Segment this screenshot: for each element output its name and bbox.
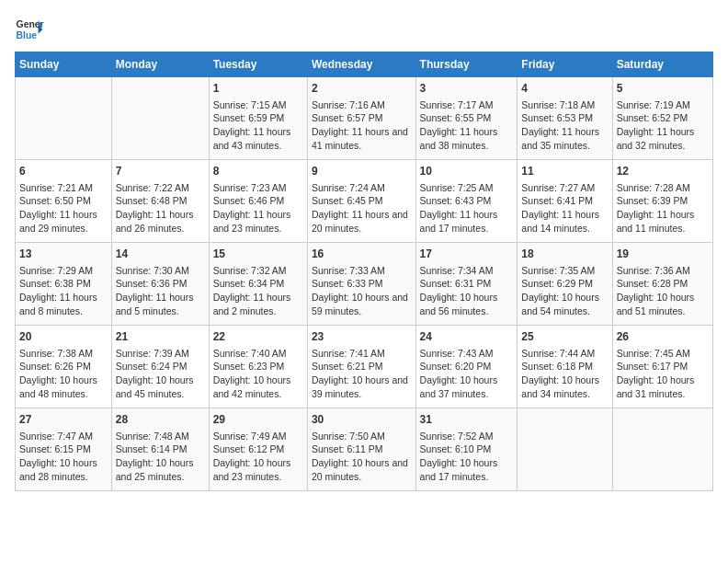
day-content: Sunrise: 7:32 AMSunset: 6:34 PMDaylight:… <box>213 264 303 318</box>
day-content: Sunrise: 7:29 AMSunset: 6:38 PMDaylight:… <box>19 264 108 318</box>
day-number: 9 <box>312 164 412 179</box>
day-number: 21 <box>116 329 205 345</box>
day-content: Sunrise: 7:49 AMSunset: 6:12 PMDaylight:… <box>213 430 303 484</box>
day-content: Sunrise: 7:44 AMSunset: 6:18 PMDaylight:… <box>521 347 608 401</box>
day-number: 18 <box>521 247 608 262</box>
day-number: 24 <box>420 329 514 345</box>
day-content: Sunrise: 7:27 AMSunset: 6:41 PMDaylight:… <box>521 181 608 236</box>
day-number: 7 <box>116 164 205 179</box>
day-cell: 30Sunrise: 7:50 AMSunset: 6:11 PMDayligh… <box>307 408 415 491</box>
week-row-1: 1Sunrise: 7:15 AMSunset: 6:59 PMDaylight… <box>16 77 713 160</box>
calendar-body: 1Sunrise: 7:15 AMSunset: 6:59 PMDaylight… <box>16 77 713 491</box>
day-number: 22 <box>213 329 303 345</box>
column-header-tuesday: Tuesday <box>209 52 307 77</box>
column-header-wednesday: Wednesday <box>307 52 415 77</box>
column-header-saturday: Saturday <box>612 52 712 77</box>
day-cell: 28Sunrise: 7:48 AMSunset: 6:14 PMDayligh… <box>111 408 209 491</box>
day-number: 2 <box>312 81 412 97</box>
day-cell: 25Sunrise: 7:44 AMSunset: 6:18 PMDayligh… <box>518 326 612 408</box>
day-number: 30 <box>312 412 412 428</box>
day-number: 15 <box>213 247 303 262</box>
day-cell: 13Sunrise: 7:29 AMSunset: 6:38 PMDayligh… <box>16 243 112 326</box>
day-cell: 14Sunrise: 7:30 AMSunset: 6:36 PMDayligh… <box>111 243 209 326</box>
day-cell: 16Sunrise: 7:33 AMSunset: 6:33 PMDayligh… <box>307 243 415 326</box>
day-cell: 23Sunrise: 7:41 AMSunset: 6:21 PMDayligh… <box>307 326 415 408</box>
day-cell: 9Sunrise: 7:24 AMSunset: 6:45 PMDaylight… <box>307 160 415 243</box>
day-number: 3 <box>420 81 514 97</box>
day-content: Sunrise: 7:50 AMSunset: 6:11 PMDaylight:… <box>312 430 412 484</box>
column-header-monday: Monday <box>111 52 209 77</box>
day-cell: 20Sunrise: 7:38 AMSunset: 6:26 PMDayligh… <box>16 326 112 408</box>
day-cell: 26Sunrise: 7:45 AMSunset: 6:17 PMDayligh… <box>612 326 712 408</box>
week-row-2: 6Sunrise: 7:21 AMSunset: 6:50 PMDaylight… <box>16 160 713 243</box>
day-content: Sunrise: 7:52 AMSunset: 6:10 PMDaylight:… <box>420 430 514 484</box>
day-content: Sunrise: 7:25 AMSunset: 6:43 PMDaylight:… <box>420 181 514 236</box>
day-content: Sunrise: 7:40 AMSunset: 6:23 PMDaylight:… <box>213 347 303 401</box>
day-content: Sunrise: 7:24 AMSunset: 6:45 PMDaylight:… <box>312 181 412 236</box>
day-content: Sunrise: 7:17 AMSunset: 6:55 PMDaylight:… <box>420 98 514 153</box>
day-content: Sunrise: 7:28 AMSunset: 6:39 PMDaylight:… <box>617 181 709 236</box>
day-cell: 3Sunrise: 7:17 AMSunset: 6:55 PMDaylight… <box>415 77 518 160</box>
day-number: 10 <box>420 164 514 179</box>
calendar-header: SundayMondayTuesdayWednesdayThursdayFrid… <box>16 52 713 77</box>
calendar-table: SundayMondayTuesdayWednesdayThursdayFrid… <box>15 52 713 491</box>
day-cell <box>518 408 612 491</box>
day-number: 13 <box>19 247 108 262</box>
day-content: Sunrise: 7:15 AMSunset: 6:59 PMDaylight:… <box>213 98 303 153</box>
day-cell: 6Sunrise: 7:21 AMSunset: 6:50 PMDaylight… <box>16 160 112 243</box>
day-number: 16 <box>312 247 412 262</box>
day-content: Sunrise: 7:41 AMSunset: 6:21 PMDaylight:… <box>312 347 412 401</box>
day-number: 29 <box>213 412 303 428</box>
header-row: SundayMondayTuesdayWednesdayThursdayFrid… <box>16 52 713 77</box>
day-cell: 17Sunrise: 7:34 AMSunset: 6:31 PMDayligh… <box>415 243 518 326</box>
day-cell: 15Sunrise: 7:32 AMSunset: 6:34 PMDayligh… <box>209 243 307 326</box>
page-header: General Blue <box>15 15 713 44</box>
day-content: Sunrise: 7:39 AMSunset: 6:24 PMDaylight:… <box>116 347 205 401</box>
column-header-thursday: Thursday <box>415 52 518 77</box>
day-cell: 5Sunrise: 7:19 AMSunset: 6:52 PMDaylight… <box>612 77 712 160</box>
day-content: Sunrise: 7:38 AMSunset: 6:26 PMDaylight:… <box>19 347 108 401</box>
day-content: Sunrise: 7:16 AMSunset: 6:57 PMDaylight:… <box>312 98 412 153</box>
day-content: Sunrise: 7:18 AMSunset: 6:53 PMDaylight:… <box>521 98 608 153</box>
day-number: 1 <box>213 81 303 97</box>
day-cell: 29Sunrise: 7:49 AMSunset: 6:12 PMDayligh… <box>209 408 307 491</box>
day-number: 11 <box>521 164 608 179</box>
day-number: 25 <box>521 329 608 345</box>
day-cell: 31Sunrise: 7:52 AMSunset: 6:10 PMDayligh… <box>415 408 518 491</box>
day-cell: 2Sunrise: 7:16 AMSunset: 6:57 PMDaylight… <box>307 77 415 160</box>
day-content: Sunrise: 7:48 AMSunset: 6:14 PMDaylight:… <box>116 430 205 484</box>
day-number: 26 <box>617 329 709 345</box>
day-content: Sunrise: 7:43 AMSunset: 6:20 PMDaylight:… <box>420 347 514 401</box>
day-number: 19 <box>617 247 709 262</box>
day-number: 27 <box>19 412 108 428</box>
day-content: Sunrise: 7:23 AMSunset: 6:46 PMDaylight:… <box>213 181 303 236</box>
day-number: 28 <box>116 412 205 428</box>
day-cell: 22Sunrise: 7:40 AMSunset: 6:23 PMDayligh… <box>209 326 307 408</box>
svg-text:Blue: Blue <box>17 30 38 40</box>
day-number: 14 <box>116 247 205 262</box>
day-content: Sunrise: 7:45 AMSunset: 6:17 PMDaylight:… <box>617 347 709 401</box>
day-content: Sunrise: 7:19 AMSunset: 6:52 PMDaylight:… <box>617 98 709 153</box>
day-number: 4 <box>521 81 608 97</box>
day-cell: 11Sunrise: 7:27 AMSunset: 6:41 PMDayligh… <box>518 160 612 243</box>
day-content: Sunrise: 7:30 AMSunset: 6:36 PMDaylight:… <box>116 264 205 318</box>
week-row-5: 27Sunrise: 7:47 AMSunset: 6:15 PMDayligh… <box>16 408 713 491</box>
day-cell: 18Sunrise: 7:35 AMSunset: 6:29 PMDayligh… <box>518 243 612 326</box>
day-cell: 19Sunrise: 7:36 AMSunset: 6:28 PMDayligh… <box>612 243 712 326</box>
day-content: Sunrise: 7:36 AMSunset: 6:28 PMDaylight:… <box>617 264 709 318</box>
day-content: Sunrise: 7:34 AMSunset: 6:31 PMDaylight:… <box>420 264 514 318</box>
day-number: 20 <box>19 329 108 345</box>
day-number: 17 <box>420 247 514 262</box>
day-content: Sunrise: 7:21 AMSunset: 6:50 PMDaylight:… <box>19 181 108 236</box>
day-content: Sunrise: 7:35 AMSunset: 6:29 PMDaylight:… <box>521 264 608 318</box>
day-cell: 4Sunrise: 7:18 AMSunset: 6:53 PMDaylight… <box>518 77 612 160</box>
day-number: 12 <box>617 164 709 179</box>
day-cell: 7Sunrise: 7:22 AMSunset: 6:48 PMDaylight… <box>111 160 209 243</box>
day-cell: 21Sunrise: 7:39 AMSunset: 6:24 PMDayligh… <box>111 326 209 408</box>
logo-icon: General Blue <box>15 15 44 44</box>
day-content: Sunrise: 7:33 AMSunset: 6:33 PMDaylight:… <box>312 264 412 318</box>
day-cell: 24Sunrise: 7:43 AMSunset: 6:20 PMDayligh… <box>415 326 518 408</box>
column-header-friday: Friday <box>518 52 612 77</box>
day-cell: 12Sunrise: 7:28 AMSunset: 6:39 PMDayligh… <box>612 160 712 243</box>
day-number: 23 <box>312 329 412 345</box>
